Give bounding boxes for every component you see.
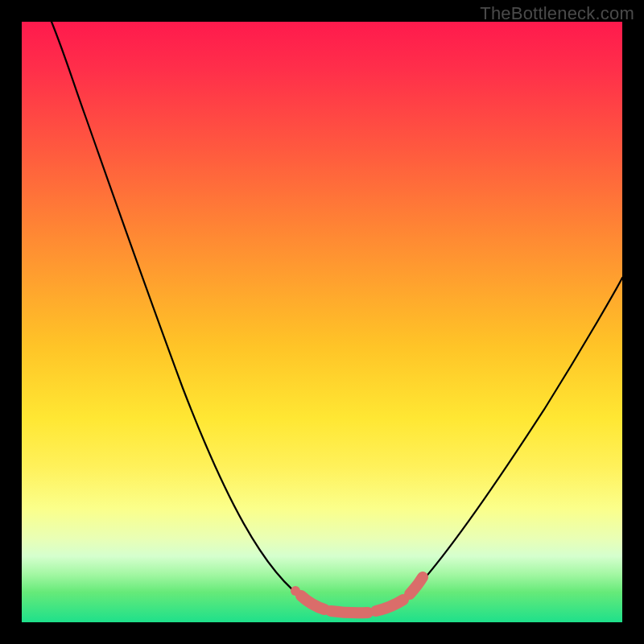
trough-highlight-dot bbox=[291, 586, 300, 596]
bottleneck-curve bbox=[52, 22, 622, 612]
watermark-text: TheBottleneck.com bbox=[480, 3, 634, 24]
curve-overlay bbox=[22, 22, 622, 622]
trough-highlight bbox=[301, 577, 423, 613]
chart-frame: TheBottleneck.com bbox=[0, 0, 644, 644]
